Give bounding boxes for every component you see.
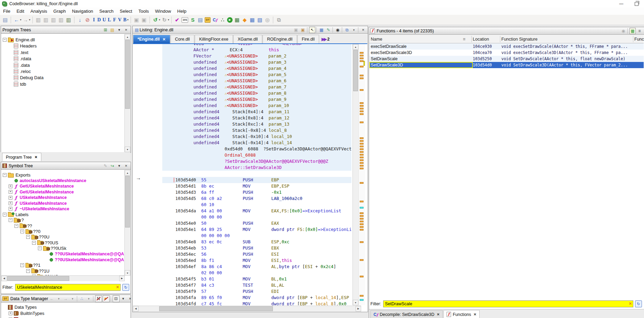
tree-item[interactable]: +BuiltInTypes: [9, 310, 44, 316]
listing-line[interactable]: 0xd54d0 6088 ?SetDrawScale3D@AActor@@QAE…: [162, 146, 351, 152]
function-f-icon[interactable]: F: [112, 17, 117, 23]
panel-close-icon[interactable]: ✕: [360, 27, 366, 33]
column-header-name[interactable]: Name: [371, 35, 382, 43]
window-dd-icon[interactable]: ▾: [351, 27, 357, 33]
menu-search[interactable]: Search: [96, 8, 116, 14]
listing-vscrollbar[interactable]: ▲ ▼: [352, 44, 359, 305]
listing-line[interactable]: undefined4 Stack[-0x14]:4 local_14: [162, 140, 351, 146]
marker-change[interactable]: [360, 140, 364, 142]
table-list-icon[interactable]: ≡: [636, 28, 643, 34]
marker-change[interactable]: [360, 60, 364, 62]
listing-line[interactable]: 103d54e8 83 ec 0c SUB ESP,0xc: [162, 239, 351, 245]
hide-pointer-icon[interactable]: ☛: [103, 295, 110, 302]
column-header-location[interactable]: Location: [473, 35, 489, 43]
scroll-down-icon[interactable]: ▼: [353, 300, 358, 305]
listing-line[interactable]: 103d54eb 53 PUSH EBX: [162, 245, 351, 251]
marker-yellow[interactable]: [364, 61, 365, 66]
listing-line[interactable]: [162, 171, 351, 177]
copy-icon[interactable]: ▣: [293, 27, 299, 33]
menu-graph[interactable]: Graph: [50, 8, 69, 14]
datatype-manager-icon[interactable]: DT: [205, 17, 211, 23]
listing-line[interactable]: undefined ⚠<UNASSIGNED> param_7: [162, 84, 351, 90]
marker-change[interactable]: [360, 229, 364, 231]
expander-icon[interactable]: +: [9, 196, 12, 200]
expander-icon[interactable]: −: [20, 230, 24, 233]
marker-change[interactable]: [360, 110, 364, 112]
marker-change[interactable]: [360, 151, 364, 153]
goto-symbol-icon[interactable]: ↪: [109, 163, 115, 169]
tab-overflow-button[interactable]: ▶▶2: [319, 35, 331, 43]
scroll-left-icon[interactable]: ◀: [133, 306, 139, 311]
expander-icon[interactable]: −: [26, 235, 30, 239]
marker-cyan[interactable]: [360, 207, 364, 209]
nav-doc3-icon[interactable]: ▥: [50, 16, 57, 24]
dropdown-arrow-icon[interactable]: ▾: [159, 18, 160, 21]
expander-icon[interactable]: +: [9, 184, 12, 188]
listing-line[interactable]: Ordinal_6088 X: [162, 152, 351, 158]
listing-line[interactable]: 103d54f7 84 c3 TEST BL,AL: [162, 282, 351, 288]
filter-settings-icon[interactable]: ↻: [122, 284, 129, 291]
expander-icon[interactable]: −: [3, 213, 7, 216]
expander-icon[interactable]: −: [20, 263, 24, 267]
marker-change[interactable]: [360, 121, 364, 123]
tab-functions[interactable]: ƒFunctions✕: [443, 310, 480, 318]
tree-item[interactable]: ??0USkeletalMeshInstance@@QA: [44, 257, 124, 263]
listing-line[interactable]: 60 10: [162, 202, 351, 208]
tree-item[interactable]: Debug Data: [9, 75, 43, 81]
menu-window[interactable]: Window: [152, 8, 174, 14]
tree-item[interactable]: +ƒUSkeletalMeshInstance: [9, 195, 67, 201]
undefine-u-icon[interactable]: U: [102, 17, 107, 23]
nav-doc2-icon[interactable]: ▥: [42, 16, 49, 24]
redo-icon[interactable]: ↻: [161, 16, 168, 24]
marker-change[interactable]: [360, 276, 364, 277]
listing-line[interactable]: AActor * ECX:4 this: [162, 47, 351, 53]
tree-item[interactable]: −??0USk: [38, 245, 67, 251]
undo-icon[interactable]: ↺: [152, 16, 159, 24]
listing-line[interactable]: 103d54d1 8b ec MOV EBP,ESP: [162, 183, 351, 189]
marker-change[interactable]: [360, 105, 364, 107]
marker-change[interactable]: [360, 113, 364, 115]
listing-line[interactable]: FVector ⚠<UNASSIGNED> param_2: [162, 53, 351, 59]
marker-change[interactable]: [360, 201, 364, 202]
expander-icon[interactable]: −: [3, 173, 7, 177]
nav-doc1-icon[interactable]: ▥: [35, 16, 42, 24]
listing-line[interactable]: undefined4 Stack[-0x8]:4 local_8: [162, 127, 351, 134]
window-table-icon[interactable]: ▦: [249, 16, 256, 24]
tree-item[interactable]: −Labels: [3, 212, 29, 218]
marker-change[interactable]: [360, 89, 364, 91]
marker-change[interactable]: [360, 146, 364, 147]
marker-cyan[interactable]: [360, 299, 364, 301]
save-icon[interactable]: ▤: [2, 16, 9, 24]
panel-close-icon[interactable]: ✕: [123, 27, 129, 33]
listing-line[interactable]: 103d54da 64 a1 00 MOV EAX,FS:[0x0]=>Exce…: [162, 208, 351, 214]
listing-lines[interactable]: void <VOID> <RETURN> AActor * ECX:4 this…: [162, 44, 351, 305]
listing-tab-firedll[interactable]: Fire.dll: [297, 35, 319, 43]
close-tab-icon[interactable]: ✕: [437, 312, 440, 316]
checkout-icon[interactable]: ◎: [264, 16, 271, 24]
scroll-right-icon[interactable]: ▶: [356, 306, 361, 311]
marker-change[interactable]: [360, 295, 364, 297]
dtm-back-icon[interactable]: ←: [49, 296, 55, 302]
marker-change[interactable]: [360, 168, 364, 169]
paste-icon[interactable]: ▣: [300, 27, 306, 33]
menu-select[interactable]: Select: [117, 8, 135, 14]
cut-icon[interactable]: ▣: [133, 16, 140, 24]
listing-line[interactable]: 103d54ef 8a 86 c4 MOV AL,byte ptr [ESI +…: [162, 264, 351, 270]
tree-item[interactable]: autoclassUSkeletalMeshInstance: [9, 178, 86, 183]
program-tree-scrollbar[interactable]: ▲ ▼: [124, 34, 130, 152]
scroll-right-icon[interactable]: ▶: [119, 276, 125, 281]
tree-item[interactable]: −Engine.dll: [3, 37, 35, 43]
forward-icon[interactable]: →: [22, 16, 29, 24]
marker-change[interactable]: [360, 241, 364, 243]
menu-analysis[interactable]: Analysis: [27, 8, 50, 14]
marker-change[interactable]: [360, 154, 364, 156]
marker-change[interactable]: [360, 259, 364, 261]
scroll-left-icon[interactable]: ◀: [1, 276, 7, 281]
new-tree-icon[interactable]: ⊞: [102, 27, 109, 33]
marker-change[interactable]: [360, 218, 364, 220]
clear-filter-icon[interactable]: ✕: [629, 301, 632, 306]
listing-line[interactable]: 103d54f9 57 PUSH EDI: [162, 288, 351, 295]
menu-tools[interactable]: Tools: [135, 8, 152, 14]
panel-menu-icon[interactable]: ▼: [116, 163, 122, 169]
tree-item[interactable]: Data Types: [3, 304, 37, 310]
